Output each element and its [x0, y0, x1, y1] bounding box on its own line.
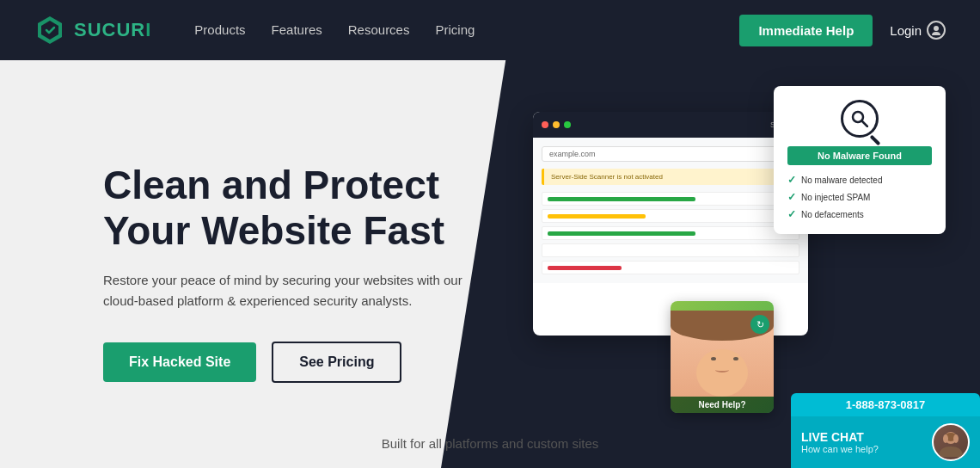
- malware-items: ✓ No malware detected ✓ No injected SPAM…: [787, 174, 932, 220]
- hero-footer-text: Built for all platforms and custom sites: [382, 436, 599, 451]
- agent-avatar: [932, 423, 970, 461]
- dashboard-body: example.com Server-Side Scanner is not a…: [533, 138, 808, 283]
- live-chat-phone[interactable]: 1-888-873-0817: [791, 393, 980, 416]
- hero-title: Clean and Protect Your Website Fast: [103, 163, 464, 254]
- malware-item-2: ✓ No injected SPAM: [787, 191, 932, 203]
- nav-products[interactable]: Products: [194, 22, 245, 38]
- db-row-5: [542, 261, 799, 274]
- svg-point-7: [943, 434, 948, 443]
- dashboard-header: SUCURi: [533, 112, 808, 138]
- live-chat-widget[interactable]: 1-888-873-0817 LIVE CHAT How can we help…: [791, 393, 980, 468]
- svg-line-4: [862, 121, 867, 126]
- svg-point-8: [953, 434, 959, 443]
- need-help-label: Need Help?: [671, 397, 774, 413]
- dot-yellow: [553, 121, 560, 128]
- live-chat-text: LIVE CHAT How can we help?: [801, 430, 923, 454]
- hero-buttons: Fix Hacked Site See Pricing: [103, 342, 464, 383]
- hero-section: Clean and Protect Your Website Fast Rest…: [0, 60, 980, 468]
- fix-hacked-site-button[interactable]: Fix Hacked Site: [103, 342, 256, 382]
- nav-resources[interactable]: Resources: [348, 22, 410, 38]
- db-row-4: [542, 243, 799, 257]
- live-chat-subtitle: How can we help?: [801, 444, 923, 454]
- navbar-left: SUCURi Products Features Resources Prici…: [34, 15, 475, 46]
- check-icon-1: ✓: [787, 174, 796, 186]
- need-help-widget[interactable]: ↻ Need Help?: [671, 301, 774, 413]
- user-icon: [927, 21, 946, 40]
- dot-red: [542, 121, 548, 128]
- navbar: SUCURi Products Features Resources Prici…: [0, 0, 980, 60]
- malware-card: No Malware Found ✓ No malware detected ✓…: [774, 86, 946, 234]
- logo-icon: [34, 15, 65, 46]
- malware-item-1: ✓ No malware detected: [787, 174, 932, 186]
- check-icon-3: ✓: [787, 208, 796, 220]
- db-row-1: [542, 192, 799, 206]
- logo-text: SUCURi: [74, 19, 151, 41]
- live-chat-title: LIVE CHAT: [801, 430, 923, 444]
- see-pricing-button[interactable]: See Pricing: [272, 342, 401, 383]
- nav-features[interactable]: Features: [272, 22, 322, 38]
- malware-item-3: ✓ No defacements: [787, 208, 932, 220]
- dashboard-rows: [542, 192, 799, 274]
- navbar-right: Immediate Help Login: [739, 15, 946, 46]
- hero-subtitle: Restore your peace of mind by securing y…: [103, 270, 464, 311]
- db-row-3: [542, 226, 799, 240]
- db-row-2: [542, 209, 799, 223]
- avatar-refresh-icon: ↻: [750, 315, 769, 334]
- logo[interactable]: SUCURi: [34, 15, 151, 46]
- malware-badge: No Malware Found: [787, 146, 932, 165]
- hero-content: Clean and Protect Your Website Fast Rest…: [0, 145, 464, 384]
- malware-search-icon: [787, 100, 932, 138]
- login-link[interactable]: Login: [890, 21, 946, 40]
- svg-point-2: [934, 26, 939, 31]
- avatar-face: ↻: [671, 311, 774, 397]
- immediate-help-button[interactable]: Immediate Help: [739, 15, 873, 46]
- nav-links: Products Features Resources Pricing: [194, 22, 475, 38]
- hero-images: SUCURi example.com Server-Side Scanner i…: [533, 86, 946, 430]
- dashboard-alert: Server-Side Scanner is not activated: [542, 169, 799, 185]
- url-bar: example.com: [542, 146, 799, 162]
- nav-pricing[interactable]: Pricing: [435, 22, 475, 38]
- check-icon-2: ✓: [787, 191, 796, 203]
- dot-green: [564, 121, 571, 128]
- live-chat-body: LIVE CHAT How can we help?: [791, 416, 980, 468]
